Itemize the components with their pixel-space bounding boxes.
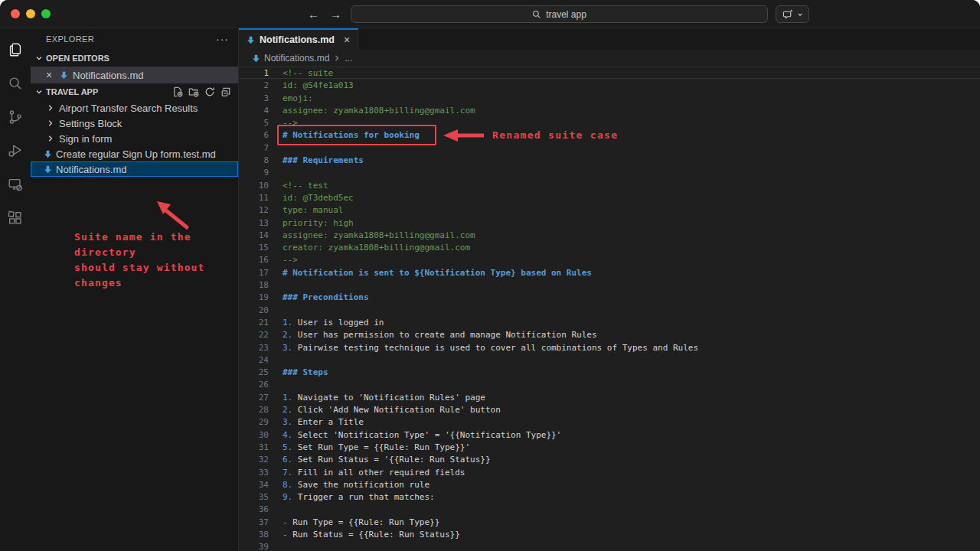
command-center-search[interactable]: travel app — [351, 5, 768, 23]
code-line[interactable]: 337. Fill in all other required fields — [239, 466, 980, 478]
line-number: 8 — [239, 155, 269, 165]
remote-explorer-icon[interactable] — [0, 168, 31, 201]
code-line[interactable]: 36 — [239, 503, 980, 515]
more-actions-icon[interactable]: ··· — [216, 33, 229, 45]
code-line[interactable]: 315. Set Run Type = {{Rule: Run Type}}' — [239, 441, 980, 453]
code-line[interactable]: 10<!-- test — [239, 179, 980, 191]
code-line[interactable]: 25### Steps — [239, 366, 980, 378]
new-file-icon[interactable] — [172, 86, 183, 97]
line-number: 33 — [239, 467, 269, 478]
code-line[interactable]: 19### Preconditions — [239, 291, 980, 303]
explorer-icon[interactable] — [0, 33, 31, 67]
line-number: 35 — [239, 491, 269, 502]
code-line[interactable]: 222. User has permission to create and m… — [239, 328, 980, 341]
code-line[interactable]: 1<!-- suite — [239, 67, 980, 79]
workspace-root-header[interactable]: TRAVEL APP — [31, 83, 238, 100]
tree-item-create-regular-sign-up-form-test-md[interactable]: Create regular Sign Up form.test.md — [31, 146, 238, 161]
line-number: 2 — [239, 80, 269, 90]
code-line[interactable]: 13priority: high — [239, 217, 980, 229]
line-content — [269, 541, 283, 551]
code-line[interactable]: 26 — [239, 378, 980, 390]
zoom-window-button[interactable] — [41, 9, 51, 18]
line-number: 13 — [239, 217, 269, 228]
line-number: 1 — [239, 67, 269, 78]
search-text: travel app — [546, 9, 586, 20]
close-window-button[interactable] — [11, 9, 20, 18]
annotation-arrow-left — [438, 126, 488, 145]
code-line[interactable]: 8### Requirements — [239, 154, 980, 166]
annotation-arrow-up-left — [150, 198, 196, 232]
open-editors-label: OPEN EDITORS — [46, 54, 109, 63]
markdown-file-icon — [44, 150, 52, 158]
forward-arrow-icon[interactable]: → — [330, 8, 341, 21]
line-number: 27 — [239, 392, 269, 403]
code-line[interactable]: 3emoji: — [239, 92, 980, 104]
open-editors-header[interactable]: OPEN EDITORS — [31, 50, 238, 67]
code-line[interactable]: 38- Run Status = {{Rule: Run Status}} — [239, 528, 980, 540]
code-line[interactable]: 14assignee: zyamka1808+billing@gmail.com — [239, 229, 980, 241]
tab-notifications-md[interactable]: Notifications.md × — [239, 28, 358, 50]
line-content: 8. Save the notification rule — [269, 479, 430, 490]
search-icon[interactable] — [0, 67, 31, 100]
copilot-menu-button[interactable] — [776, 5, 809, 23]
breadcrumb-file[interactable]: Notifications.md — [264, 53, 329, 64]
code-line[interactable]: 359. Trigger a run that matches: — [239, 491, 980, 503]
line-content: type: manual — [269, 204, 343, 215]
back-arrow-icon[interactable]: ← — [308, 8, 319, 21]
refresh-icon[interactable] — [204, 86, 215, 97]
line-number: 30 — [239, 429, 269, 440]
vscode-window: ← → travel app — [0, 0, 980, 551]
code-line[interactable]: 271. Navigate to 'Notification Rules' pa… — [239, 391, 980, 403]
code-line[interactable]: 37- Run Type = {{Rule: Run Type}} — [239, 516, 980, 528]
code-line[interactable]: 39 — [239, 540, 980, 551]
breadcrumb[interactable]: Notifications.md ... — [239, 50, 980, 67]
code-line[interactable]: 293. Enter a Title — [239, 416, 980, 428]
code-line[interactable]: 15creator: zyamka1808+billing@gmail.com — [239, 241, 980, 253]
run-debug-icon[interactable] — [0, 134, 31, 168]
code-line[interactable]: 304. Select 'Notification Type' = '{{Not… — [239, 429, 980, 441]
chevron-down-icon — [34, 54, 44, 63]
new-folder-icon[interactable] — [188, 86, 199, 97]
code-line[interactable]: 24 — [239, 354, 980, 366]
tree-item-settings-block[interactable]: Settings Block — [31, 116, 238, 131]
markdown-file-icon — [44, 165, 52, 174]
line-number: 38 — [239, 529, 269, 540]
close-editor-icon[interactable]: × — [43, 69, 55, 81]
code-line[interactable]: 18 — [239, 279, 980, 291]
copilot-chat-icon — [782, 8, 794, 20]
workspace-root-label: TRAVEL APP — [46, 87, 98, 96]
open-editor-label: Notifications.md — [73, 70, 143, 81]
code-line[interactable]: 348. Save the notification rule — [239, 478, 980, 491]
extensions-icon[interactable] — [0, 201, 31, 235]
code-line[interactable]: 9 — [239, 166, 980, 178]
collapse-all-icon[interactable] — [220, 86, 231, 97]
tree-item-sign-in-form[interactable]: Sign in form — [31, 131, 238, 146]
code-line[interactable]: 20 — [239, 304, 980, 316]
line-number: 31 — [239, 442, 269, 452]
line-content — [269, 354, 283, 365]
line-number: 23 — [239, 342, 269, 353]
line-number: 11 — [239, 192, 269, 203]
line-number: 12 — [239, 204, 269, 215]
breadcrumb-more[interactable]: ... — [345, 53, 352, 64]
source-control-icon[interactable] — [0, 100, 31, 134]
code-line[interactable]: 11id: @T3debd5ec — [239, 191, 980, 204]
code-line[interactable]: 12type: manual — [239, 204, 980, 216]
open-editor-item[interactable]: × Notifications.md — [31, 67, 238, 83]
code-line[interactable]: 16--> — [239, 253, 980, 266]
code-line[interactable]: 4assignee: zyamka1808+billing@gmail.com — [239, 104, 980, 116]
code-line[interactable]: 282. Click 'Add New Notification Rule' b… — [239, 403, 980, 416]
line-number: 25 — [239, 367, 269, 377]
tree-item-notifications-md[interactable]: Notifications.md — [31, 161, 238, 177]
line-content — [269, 279, 283, 290]
code-line[interactable]: 326. Set Run Status = '{{Rule: Run Statu… — [239, 453, 980, 465]
code-line[interactable]: 233. Pairwise testing technique is used … — [239, 341, 980, 354]
line-content: 2. User has permission to create and man… — [269, 329, 597, 340]
code-line[interactable]: 2id: @S4fe1a013 — [239, 79, 980, 91]
code-line[interactable]: 17# Notification is sent to ${Notificati… — [239, 266, 980, 279]
close-tab-icon[interactable]: × — [344, 34, 350, 46]
minimize-window-button[interactable] — [26, 9, 35, 18]
line-content: 5. Set Run Type = {{Rule: Run Type}}' — [269, 442, 470, 452]
code-line[interactable]: 211. User is logged in — [239, 316, 980, 328]
tree-item-airport-transfer-search-results[interactable]: Airport Transfer Search Results — [31, 100, 238, 116]
